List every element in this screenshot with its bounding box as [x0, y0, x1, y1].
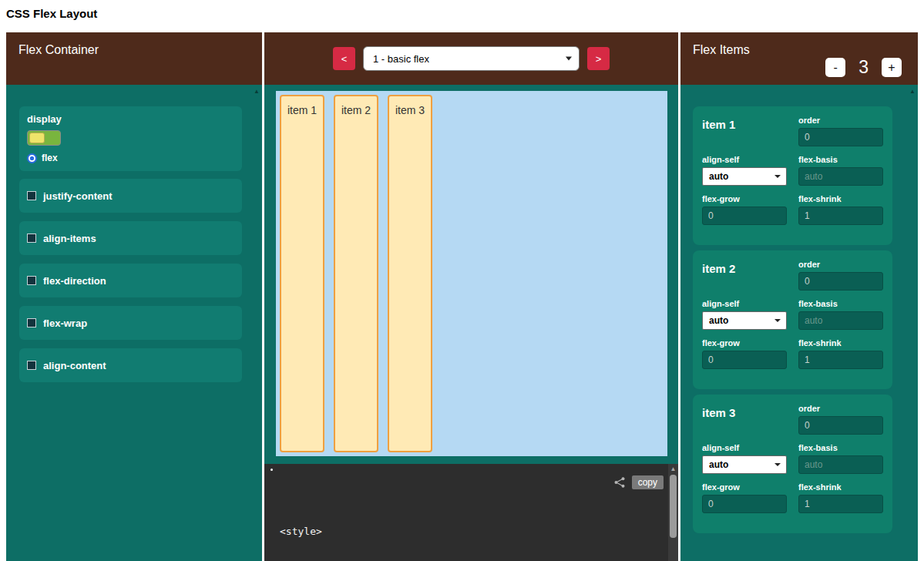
- option-flex-direction: flex-direction: [19, 264, 242, 297]
- flex-items-body: item 1 order align-self auto: [680, 85, 918, 561]
- next-example-button[interactable]: >: [587, 47, 610, 70]
- flex-grow-input[interactable]: [702, 495, 787, 513]
- flex-grow-field: flex-grow: [702, 482, 787, 513]
- flex-shrink-field: flex-shrink: [798, 338, 883, 369]
- flex-basis-input[interactable]: [798, 311, 883, 330]
- flex-shrink-input[interactable]: [798, 207, 883, 225]
- code-scrollbar[interactable]: ▲: [668, 464, 678, 561]
- flex-radio[interactable]: [27, 153, 37, 163]
- align-self-field: align-self auto: [702, 299, 787, 330]
- flex-demo-item: item 2: [334, 95, 378, 452]
- flex-items-title: Flex Items: [693, 43, 750, 57]
- flex-basis-field: flex-basis: [798, 443, 883, 474]
- flex-grow-field: flex-grow: [702, 338, 787, 369]
- preview-panel: < 1 - basic flex > item 1 item 2 item 3 …: [264, 32, 678, 561]
- align-items-label: align-items: [43, 233, 96, 244]
- flex-grow-label: flex-grow: [702, 338, 787, 348]
- display-toggle-knob: [29, 133, 45, 143]
- order-field: order: [798, 116, 883, 146]
- option-justify-content: justify-content: [19, 179, 242, 213]
- order-label: order: [798, 116, 883, 125]
- flex-grow-label: flex-grow: [702, 482, 787, 492]
- align-self-select[interactable]: auto: [702, 167, 787, 186]
- option-align-items: align-items: [19, 221, 242, 255]
- example-select[interactable]: 1 - basic flex: [363, 46, 580, 71]
- order-input[interactable]: [798, 272, 883, 291]
- flex-direction-label: flex-direction: [43, 275, 106, 287]
- flex-shrink-label: flex-shrink: [798, 338, 883, 348]
- flex-demo-item: item 3: [388, 95, 432, 452]
- order-field: order: [798, 260, 883, 291]
- flex-grow-input[interactable]: [702, 351, 787, 369]
- example-selector-bar: < 1 - basic flex >: [264, 32, 678, 85]
- add-item-button[interactable]: +: [882, 58, 902, 77]
- flex-basis-input[interactable]: [798, 167, 883, 186]
- align-items-checkbox[interactable]: [27, 233, 36, 243]
- flex-radio-label: flex: [42, 153, 58, 163]
- option-flex-wrap: flex-wrap: [19, 306, 242, 340]
- align-self-label: align-self: [702, 155, 787, 164]
- flex-grow-label: flex-grow: [702, 194, 787, 203]
- align-self-field: align-self auto: [702, 443, 787, 474]
- flex-basis-field: flex-basis: [798, 299, 883, 330]
- order-label: order: [798, 404, 883, 413]
- flex-grow-field: flex-grow: [702, 194, 787, 225]
- flex-shrink-input[interactable]: [798, 495, 883, 513]
- align-self-select[interactable]: auto: [702, 455, 787, 474]
- order-input[interactable]: [798, 128, 883, 146]
- scroll-up-icon[interactable]: ▲: [252, 88, 261, 96]
- page-title: CSS Flex Layout: [6, 7, 97, 20]
- flex-basis-label: flex-basis: [798, 299, 883, 308]
- order-label: order: [798, 260, 883, 269]
- flex-direction-checkbox[interactable]: [27, 276, 36, 285]
- scroll-up-icon[interactable]: ▲: [668, 465, 678, 473]
- flex-shrink-label: flex-shrink: [798, 482, 883, 492]
- display-toggle[interactable]: [27, 130, 61, 146]
- justify-content-checkbox[interactable]: [27, 191, 36, 200]
- remove-item-button[interactable]: -: [825, 58, 845, 77]
- align-self-field: align-self auto: [702, 155, 787, 186]
- flex-container-panel: Flex Container display flex justify-cont…: [6, 32, 262, 561]
- align-content-checkbox[interactable]: [27, 361, 36, 370]
- flex-container-body: display flex justify-content align-items: [6, 85, 262, 561]
- flex-wrap-checkbox[interactable]: [27, 318, 36, 328]
- flex-items-header: Flex Items - 3 +: [680, 32, 918, 85]
- align-content-label: align-content: [43, 360, 106, 371]
- share-icon[interactable]: [613, 476, 626, 489]
- flex-basis-input[interactable]: [798, 455, 883, 474]
- flex-shrink-field: flex-shrink: [798, 194, 883, 225]
- order-input[interactable]: [798, 416, 883, 435]
- item-card-1: item 1 order align-self auto: [693, 106, 892, 245]
- flex-container-title: Flex Container: [18, 43, 99, 57]
- flex-basis-field: flex-basis: [798, 155, 883, 186]
- flex-demo-container: item 1 item 2 item 3: [276, 91, 667, 456]
- flex-shrink-label: flex-shrink: [798, 194, 883, 203]
- option-align-content: align-content: [19, 348, 242, 382]
- code-cursor-dot: [270, 469, 273, 471]
- flex-shrink-field: flex-shrink: [798, 482, 883, 513]
- flex-demo-item: item 1: [280, 95, 324, 452]
- align-self-label: align-self: [702, 299, 787, 308]
- item-card-title: item 3: [702, 404, 787, 435]
- prev-example-button[interactable]: <: [333, 47, 355, 70]
- item-card-3: item 3 order align-self auto: [693, 395, 892, 533]
- code-viewer: <style> .flex-container { display: flex;…: [264, 464, 678, 561]
- flex-basis-label: flex-basis: [798, 155, 883, 164]
- code-scrollbar-thumb[interactable]: [670, 475, 677, 538]
- scroll-up-icon[interactable]: ▲: [908, 88, 917, 96]
- copy-button[interactable]: copy: [632, 475, 664, 489]
- preview-body: item 1 item 2 item 3 <style> .flex-conta…: [264, 85, 678, 561]
- flex-shrink-input[interactable]: [798, 351, 883, 369]
- align-self-select[interactable]: auto: [702, 311, 787, 330]
- flex-items-panel: Flex Items - 3 + item 1 order align-self: [680, 32, 918, 561]
- item-card-2: item 2 order align-self auto: [693, 250, 892, 389]
- item-card-title: item 1: [702, 116, 787, 146]
- display-label: display: [27, 113, 234, 125]
- order-field: order: [798, 404, 883, 435]
- flex-container-header: Flex Container: [6, 32, 262, 85]
- justify-content-label: justify-content: [43, 190, 113, 202]
- flex-grow-input[interactable]: [702, 207, 787, 225]
- item-count: 3: [858, 57, 869, 78]
- item-card-title: item 2: [702, 260, 787, 291]
- code-line: <style>: [280, 524, 663, 539]
